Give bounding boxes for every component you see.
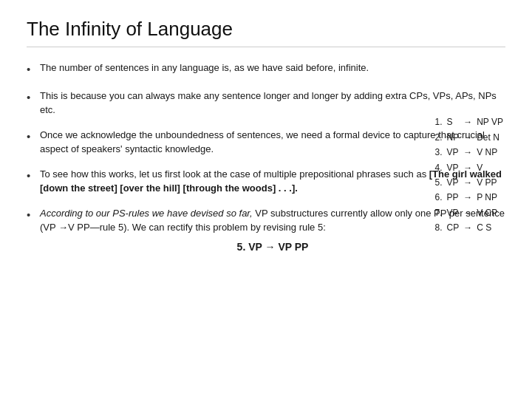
- rule-lhs: CP: [445, 220, 462, 235]
- page-container: The Infinity of Language • The number of…: [0, 0, 532, 280]
- rule-num: 1.: [433, 115, 445, 129]
- rule-arrow: →: [461, 205, 474, 220]
- rule-rhs: P NP: [474, 190, 505, 205]
- rule-num: 3.: [433, 145, 445, 160]
- table-row: 3. VP → V NP: [433, 145, 505, 160]
- table-row: 8. CP → C S: [433, 220, 505, 235]
- table-row: 2. NP → Det N: [433, 130, 505, 145]
- rule-arrow: →: [461, 115, 474, 129]
- rule-rhs: NP VP: [474, 115, 505, 129]
- rule-rhs: Det N: [474, 130, 505, 145]
- rule-rhs: C S: [474, 220, 505, 235]
- table-row: 5. VP → V PP: [433, 175, 505, 190]
- bullet-dot: •: [27, 61, 40, 78]
- page-title: The Infinity of Language: [27, 18, 505, 47]
- rule-arrow: →: [461, 190, 474, 205]
- rule-display: 5. VP → VP PP: [40, 239, 505, 255]
- rule-num: 4.: [433, 160, 445, 175]
- rule-rhs: V PP: [474, 175, 505, 190]
- rule-rhs: V CP: [474, 205, 505, 220]
- table-row: 1. S → NP VP: [433, 115, 505, 129]
- rule-num: 8.: [433, 220, 445, 235]
- bullet-dot: •: [27, 128, 40, 146]
- rule-num: 7.: [433, 205, 445, 220]
- bullet-text: The number of sentences in any language …: [40, 61, 505, 75]
- italic-phrase: According to our PS-rules we have devise…: [40, 208, 253, 219]
- rule-num: 2.: [433, 130, 445, 145]
- rule-rhs: V NP: [474, 145, 505, 160]
- rule-lhs: VP: [445, 205, 462, 220]
- ps-rules-table: 1. S → NP VP 2. NP → Det N 3. VP → V NP: [433, 115, 505, 235]
- bullet-dot: •: [27, 167, 40, 185]
- rule-arrow: →: [461, 145, 474, 160]
- rule-num: 5.: [433, 175, 445, 190]
- rules-grid: 1. S → NP VP 2. NP → Det N 3. VP → V NP: [433, 115, 505, 235]
- rule-lhs: PP: [445, 190, 462, 205]
- rule-text: 5. VP → VP PP: [237, 241, 309, 253]
- rule-lhs: VP: [445, 145, 462, 160]
- bullet-dot: •: [27, 206, 40, 224]
- bullet-dot: •: [27, 89, 40, 106]
- list-item: • The number of sentences in any languag…: [27, 61, 505, 78]
- list-item: • This is because you can always make an…: [27, 89, 505, 117]
- bullet-text: This is because you can always make any …: [40, 89, 505, 117]
- rule-num: 6.: [433, 190, 445, 205]
- table-row: 6. PP → P NP: [433, 190, 505, 205]
- rule-arrow: →: [461, 175, 474, 190]
- rule-lhs: VP: [445, 175, 462, 190]
- table-row: 7. VP → V CP: [433, 205, 505, 220]
- rule-arrow: →: [461, 130, 474, 145]
- table-row: 4. VP → V: [433, 160, 505, 175]
- rule-arrow: →: [461, 160, 474, 175]
- rule-arrow: →: [461, 220, 474, 235]
- rule-rhs: V: [474, 160, 505, 175]
- rule-lhs: NP: [445, 130, 462, 145]
- rule-lhs: VP: [445, 160, 462, 175]
- rule-lhs: S: [445, 115, 462, 129]
